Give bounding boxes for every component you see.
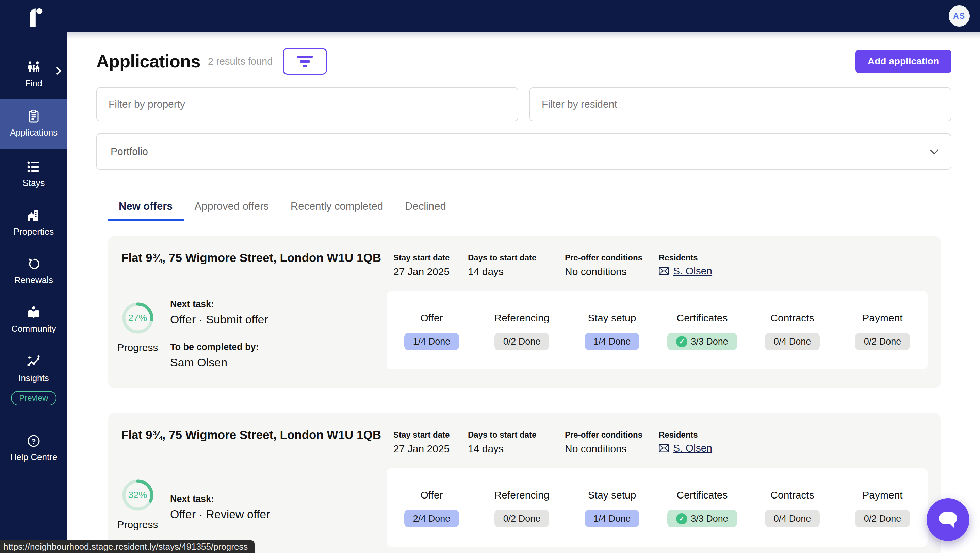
stage-offer: Offer ✓ 2/4 Done <box>387 489 477 547</box>
status-badge: ✓ 0/2 Done <box>855 333 910 351</box>
envelope-icon <box>659 444 669 452</box>
filter-icon <box>297 56 313 67</box>
application-card[interactable]: Flat 9¾, 75 Wigmore Street, London W1U 1… <box>108 236 940 388</box>
check-icon: ✓ <box>676 513 687 524</box>
status-badge: ✓ 0/2 Done <box>855 510 910 528</box>
days-to-start-date: Days to start date 14 days <box>468 430 536 454</box>
application-card[interactable]: Flat 9¾, 75 Wigmore Street, London W1U 1… <box>108 413 940 553</box>
stay-start-date: Stay start date 27 Jan 2025 <box>393 253 450 277</box>
list-icon <box>27 160 40 174</box>
sidebar-item-renewals[interactable]: Renewals <box>0 257 67 285</box>
sidebar-item-label: Renewals <box>14 275 53 285</box>
add-application-button[interactable]: Add application <box>856 50 951 73</box>
page-header: Applications 2 results found Add applica… <box>96 48 951 75</box>
sidebar-item-stays[interactable]: Stays <box>0 160 67 188</box>
chat-bubble-icon <box>937 510 959 529</box>
resident-link[interactable]: S. Olsen <box>673 265 712 277</box>
residents: Residents S. Olsen <box>659 253 712 277</box>
svg-text:?: ? <box>32 437 36 445</box>
filters-row <box>96 87 951 121</box>
top-bar: AS <box>0 0 980 32</box>
sidebar-divider <box>11 418 56 419</box>
stage-contracts: Contracts ✓ 0/4 Done <box>747 489 837 547</box>
envelope-icon <box>659 267 669 275</box>
chat-launcher-button[interactable] <box>927 498 969 541</box>
tabs: New offers Approved offers Recently comp… <box>119 200 446 222</box>
sidebar-item-label: Insights <box>18 373 49 383</box>
stage-panel: Offer ✓ 1/4 Done Referencing ✓ 0/2 Done … <box>387 291 928 370</box>
status-badge: ✓ 1/4 Done <box>404 333 460 351</box>
preview-badge: Preview <box>11 391 56 405</box>
sidebar-item-label: Find <box>25 78 43 89</box>
residents: Residents S. Olsen <box>659 430 712 454</box>
sidebar: Find Applications Stays Properties <box>0 0 67 553</box>
next-task-block: Next task: Offer · Submit offer To be co… <box>170 299 268 369</box>
status-badge: ✓ 3/3 Done <box>667 333 737 351</box>
sidebar-item-label: Stays <box>22 178 45 188</box>
stage-panel: Offer ✓ 2/4 Done Referencing ✓ 0/2 Done … <box>387 468 928 547</box>
tab-declined[interactable]: Declined <box>405 200 446 222</box>
tab-approved-offers[interactable]: Approved offers <box>194 200 269 222</box>
check-icon: ✓ <box>676 336 687 347</box>
residently-logo <box>23 7 44 29</box>
next-task-block: Next task: Offer · Review offer <box>170 494 270 521</box>
status-badge: ✓ 0/2 Done <box>495 510 550 528</box>
sidebar-item-properties[interactable]: Properties <box>0 209 67 237</box>
status-badge: ✓ 0/2 Done <box>495 333 550 351</box>
sidebar-item-help-centre[interactable]: ? Help Centre <box>0 434 67 462</box>
community-book-icon <box>27 306 40 319</box>
chevron-down-icon <box>930 146 938 154</box>
progress-caption: Progress <box>117 342 158 354</box>
stage-payment: Payment ✓ 0/2 Done <box>837 489 928 547</box>
buildings-icon <box>27 209 40 222</box>
progress-ring: 32% Progress <box>108 478 167 531</box>
stage-referencing: Referencing ✓ 0/2 Done <box>477 312 567 370</box>
stage-referencing: Referencing ✓ 0/2 Done <box>477 489 567 547</box>
tab-recently-completed[interactable]: Recently completed <box>291 200 383 222</box>
stage-certificates: Certificates ✓ 3/3 Done <box>657 489 747 547</box>
page-title: Applications <box>96 51 200 72</box>
renew-cycle-icon <box>27 257 40 271</box>
progress-percent: 32% <box>121 478 155 512</box>
resident-link[interactable]: S. Olsen <box>673 442 712 454</box>
status-badge: ✓ 2/4 Done <box>404 510 460 528</box>
sidebar-item-label: Applications <box>10 127 57 138</box>
sidebar-item-applications[interactable]: Applications <box>0 99 67 149</box>
stay-start-date: Stay start date 27 Jan 2025 <box>393 430 450 454</box>
results-count: 2 results found <box>208 56 272 67</box>
tab-new-offers[interactable]: New offers <box>119 200 172 222</box>
status-badge: ✓ 0/4 Done <box>765 333 820 351</box>
filter-by-property-input[interactable] <box>96 87 518 121</box>
progress-caption: Progress <box>117 519 158 531</box>
sidebar-item-find[interactable]: Find <box>0 61 67 89</box>
portfolio-label: Portfolio <box>111 146 148 157</box>
progress-percent: 27% <box>121 301 155 335</box>
filter-button[interactable] <box>283 48 327 75</box>
clipboard-icon <box>27 110 40 123</box>
stage-certificates: Certificates ✓ 3/3 Done <box>657 312 747 370</box>
portfolio-select[interactable]: Portfolio <box>96 134 951 170</box>
stage-payment: Payment ✓ 0/2 Done <box>837 312 928 370</box>
sidebar-item-label: Help Centre <box>10 452 57 462</box>
divider <box>161 291 161 380</box>
stage-offer: Offer ✓ 1/4 Done <box>387 312 477 370</box>
sidebar-item-label: Properties <box>14 226 54 237</box>
status-badge: ✓ 1/4 Done <box>585 333 640 351</box>
people-icon <box>27 61 40 74</box>
sidebar-item-label: Community <box>11 324 56 334</box>
status-badge: ✓ 0/4 Done <box>765 510 820 528</box>
main-content: Applications 2 results found Add applica… <box>67 32 980 553</box>
property-title: Flat 9¾, 75 Wigmore Street, London W1U 1… <box>121 251 381 265</box>
link-preview-statusbar: https://neighbourhood.stage.resident.ly/… <box>0 540 255 553</box>
filter-by-resident-input[interactable] <box>530 87 951 121</box>
stage-stay-setup: Stay setup ✓ 1/4 Done <box>567 312 657 370</box>
avatar[interactable]: AS <box>949 5 970 27</box>
stage-contracts: Contracts ✓ 0/4 Done <box>747 312 837 370</box>
property-title: Flat 9¾, 75 Wigmore Street, London W1U 1… <box>121 428 381 441</box>
sidebar-item-community[interactable]: Community <box>0 306 67 334</box>
status-badge: ✓ 1/4 Done <box>585 510 640 528</box>
status-badge: ✓ 3/3 Done <box>667 510 737 528</box>
stage-stay-setup: Stay setup ✓ 1/4 Done <box>567 489 657 547</box>
progress-ring: 27% Progress <box>108 301 167 354</box>
sidebar-item-insights[interactable]: Insights Preview <box>0 355 67 405</box>
